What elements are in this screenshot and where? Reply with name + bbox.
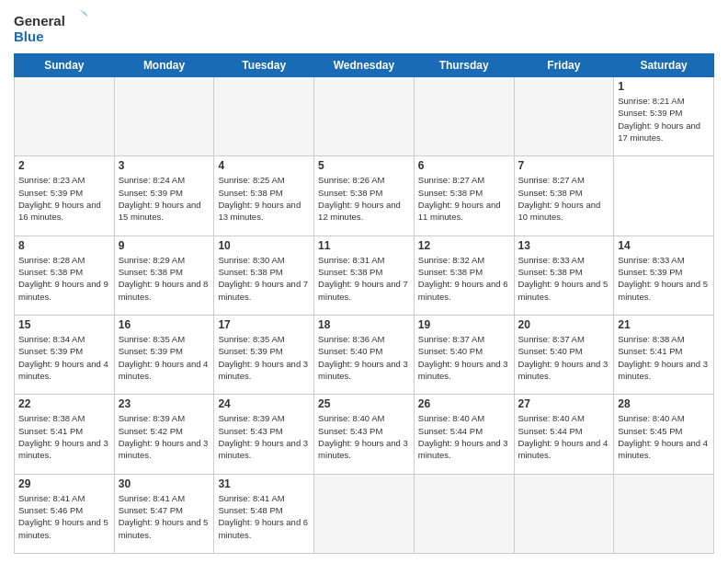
day-info: Sunrise: 8:33 AMSunset: 5:38 PMDaylight:… — [518, 254, 610, 303]
day-info: Sunrise: 8:27 AMSunset: 5:38 PMDaylight:… — [418, 174, 510, 223]
day-number: 21 — [618, 318, 710, 331]
day-cell-23: 23Sunrise: 8:39 AMSunset: 5:42 PMDayligh… — [114, 395, 214, 474]
calendar-week-2: 2Sunrise: 8:23 AMSunset: 5:39 PMDaylight… — [15, 156, 714, 236]
day-cell-8: 8Sunrise: 8:28 AMSunset: 5:38 PMDaylight… — [15, 236, 115, 315]
day-cell-27: 27Sunrise: 8:40 AMSunset: 5:44 PMDayligh… — [514, 395, 614, 474]
col-header-saturday: Saturday — [614, 54, 714, 77]
day-info: Sunrise: 8:26 AMSunset: 5:38 PMDaylight:… — [318, 174, 410, 223]
calendar-week-3: 8Sunrise: 8:28 AMSunset: 5:38 PMDaylight… — [15, 236, 714, 315]
day-cell-10: 10Sunrise: 8:30 AMSunset: 5:38 PMDayligh… — [214, 236, 314, 315]
day-cell-22: 22Sunrise: 8:38 AMSunset: 5:41 PMDayligh… — [15, 395, 115, 474]
day-info: Sunrise: 8:40 AMSunset: 5:45 PMDaylight:… — [618, 412, 710, 461]
day-info: Sunrise: 8:29 AMSunset: 5:38 PMDaylight:… — [119, 254, 210, 303]
day-info: Sunrise: 8:41 AMSunset: 5:48 PMDaylight:… — [218, 492, 310, 541]
day-info: Sunrise: 8:28 AMSunset: 5:38 PMDaylight:… — [18, 254, 110, 303]
svg-marker-2 — [76, 11, 87, 22]
calendar-header-row: SundayMondayTuesdayWednesdayThursdayFrid… — [15, 54, 714, 77]
calendar-week-5: 22Sunrise: 8:38 AMSunset: 5:41 PMDayligh… — [15, 395, 714, 474]
day-number: 18 — [318, 318, 410, 331]
col-header-monday: Monday — [114, 54, 214, 77]
day-cell-25: 25Sunrise: 8:40 AMSunset: 5:43 PMDayligh… — [314, 395, 415, 474]
day-cell-15: 15Sunrise: 8:34 AMSunset: 5:39 PMDayligh… — [15, 315, 115, 394]
day-cell-19: 19Sunrise: 8:37 AMSunset: 5:40 PMDayligh… — [414, 315, 514, 394]
day-number: 7 — [518, 159, 610, 172]
day-info: Sunrise: 8:25 AMSunset: 5:38 PMDaylight:… — [218, 174, 310, 223]
day-info: Sunrise: 8:38 AMSunset: 5:41 PMDaylight:… — [618, 333, 710, 382]
logo-icon: General Blue — [14, 9, 87, 46]
day-info: Sunrise: 8:40 AMSunset: 5:43 PMDaylight:… — [318, 412, 410, 461]
day-number: 15 — [18, 318, 110, 331]
col-header-sunday: Sunday — [15, 54, 115, 77]
calendar-week-6: 29Sunrise: 8:41 AMSunset: 5:46 PMDayligh… — [15, 474, 714, 553]
day-cell-4: 4Sunrise: 8:25 AMSunset: 5:38 PMDaylight… — [214, 156, 314, 236]
day-cell-20: 20Sunrise: 8:37 AMSunset: 5:40 PMDayligh… — [514, 315, 614, 394]
empty-cell — [514, 77, 614, 156]
day-info: Sunrise: 8:30 AMSunset: 5:38 PMDaylight:… — [218, 254, 310, 303]
day-info: Sunrise: 8:39 AMSunset: 5:43 PMDaylight:… — [218, 412, 310, 461]
day-info: Sunrise: 8:31 AMSunset: 5:38 PMDaylight:… — [318, 254, 410, 303]
day-number: 11 — [318, 239, 410, 252]
day-info: Sunrise: 8:40 AMSunset: 5:44 PMDaylight:… — [518, 412, 610, 461]
logo: General Blue — [14, 9, 87, 46]
day-cell-31: 31Sunrise: 8:41 AMSunset: 5:48 PMDayligh… — [214, 474, 314, 553]
day-info: Sunrise: 8:23 AMSunset: 5:39 PMDaylight:… — [18, 174, 110, 223]
empty-cell — [414, 77, 514, 156]
calendar-table: SundayMondayTuesdayWednesdayThursdayFrid… — [14, 53, 714, 554]
day-number: 1 — [618, 80, 710, 93]
page: General Blue SundayMondayTuesdayWednesda… — [0, 0, 728, 563]
day-info: Sunrise: 8:33 AMSunset: 5:39 PMDaylight:… — [618, 254, 710, 303]
day-info: Sunrise: 8:35 AMSunset: 5:39 PMDaylight:… — [218, 333, 310, 382]
col-header-wednesday: Wednesday — [314, 54, 415, 77]
day-cell-9: 9Sunrise: 8:29 AMSunset: 5:38 PMDaylight… — [114, 236, 214, 315]
day-number: 16 — [119, 318, 210, 331]
empty-cell — [214, 77, 314, 156]
day-info: Sunrise: 8:41 AMSunset: 5:47 PMDaylight:… — [119, 492, 210, 541]
empty-cell — [614, 474, 714, 553]
day-info: Sunrise: 8:21 AMSunset: 5:39 PMDaylight:… — [618, 95, 710, 144]
day-number: 30 — [119, 477, 210, 490]
col-header-tuesday: Tuesday — [214, 54, 314, 77]
col-header-thursday: Thursday — [414, 54, 514, 77]
day-info: Sunrise: 8:32 AMSunset: 5:38 PMDaylight:… — [418, 254, 510, 303]
day-cell-18: 18Sunrise: 8:36 AMSunset: 5:40 PMDayligh… — [314, 315, 415, 394]
day-cell-28: 28Sunrise: 8:40 AMSunset: 5:45 PMDayligh… — [614, 395, 714, 474]
col-header-friday: Friday — [514, 54, 614, 77]
day-number: 9 — [119, 239, 210, 252]
day-number: 20 — [518, 318, 610, 331]
day-number: 6 — [418, 159, 510, 172]
calendar-week-1: 1Sunrise: 8:21 AMSunset: 5:39 PMDaylight… — [15, 77, 714, 156]
day-number: 29 — [18, 477, 110, 490]
day-cell-11: 11Sunrise: 8:31 AMSunset: 5:38 PMDayligh… — [314, 236, 415, 315]
day-number: 13 — [518, 239, 610, 252]
day-cell-26: 26Sunrise: 8:40 AMSunset: 5:44 PMDayligh… — [414, 395, 514, 474]
empty-cell — [414, 474, 514, 553]
day-number: 4 — [218, 159, 310, 172]
svg-text:Blue: Blue — [14, 29, 44, 44]
day-cell-17: 17Sunrise: 8:35 AMSunset: 5:39 PMDayligh… — [214, 315, 314, 394]
day-number: 8 — [18, 239, 110, 252]
day-cell-6: 6Sunrise: 8:27 AMSunset: 5:38 PMDaylight… — [414, 156, 514, 236]
day-number: 12 — [418, 239, 510, 252]
empty-cell — [514, 474, 614, 553]
day-cell-3: 3Sunrise: 8:24 AMSunset: 5:39 PMDaylight… — [114, 156, 214, 236]
day-cell-13: 13Sunrise: 8:33 AMSunset: 5:38 PMDayligh… — [514, 236, 614, 315]
day-number: 19 — [418, 318, 510, 331]
day-cell-30: 30Sunrise: 8:41 AMSunset: 5:47 PMDayligh… — [114, 474, 214, 553]
day-number: 26 — [418, 397, 510, 410]
day-info: Sunrise: 8:27 AMSunset: 5:38 PMDaylight:… — [518, 174, 610, 223]
empty-cell — [314, 77, 415, 156]
day-number: 31 — [218, 477, 310, 490]
day-number: 2 — [18, 159, 110, 172]
day-number: 3 — [119, 159, 210, 172]
calendar-week-4: 15Sunrise: 8:34 AMSunset: 5:39 PMDayligh… — [15, 315, 714, 394]
day-number: 25 — [318, 397, 410, 410]
day-info: Sunrise: 8:24 AMSunset: 5:39 PMDaylight:… — [119, 174, 210, 223]
day-number: 10 — [218, 239, 310, 252]
day-cell-7: 7Sunrise: 8:27 AMSunset: 5:38 PMDaylight… — [514, 156, 614, 236]
day-info: Sunrise: 8:34 AMSunset: 5:39 PMDaylight:… — [18, 333, 110, 382]
day-info: Sunrise: 8:38 AMSunset: 5:41 PMDaylight:… — [18, 412, 110, 461]
svg-marker-3 — [79, 9, 87, 18]
day-number: 23 — [119, 397, 210, 410]
day-info: Sunrise: 8:36 AMSunset: 5:40 PMDaylight:… — [318, 333, 410, 382]
day-cell-14: 14Sunrise: 8:33 AMSunset: 5:39 PMDayligh… — [614, 236, 714, 315]
